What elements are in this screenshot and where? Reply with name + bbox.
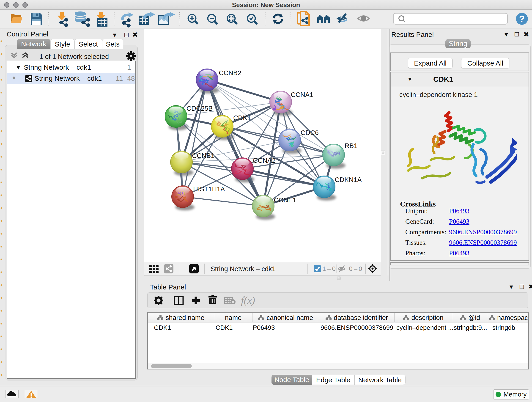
svg-text:CDC6: CDC6 [301, 129, 319, 136]
svg-text:0 – 0: 0 – 0 [349, 265, 362, 272]
svg-text:CDK1: CDK1 [233, 114, 251, 121]
svg-text:HIST1H1A: HIST1H1A [193, 185, 225, 193]
svg-text:CCNE1: CCNE1 [274, 196, 296, 204]
svg-text:?: ? [519, 14, 525, 24]
svg-text:CCNB1: CCNB1 [192, 152, 215, 159]
svg-text:CDC25B: CDC25B [186, 105, 213, 112]
svg-text:CDKN1A: CDKN1A [335, 176, 362, 183]
svg-text:CCNA1: CCNA1 [291, 91, 313, 98]
svg-text:CCNB2: CCNB2 [219, 69, 241, 77]
svg-text:String Network – cdk1: String Network – cdk1 [210, 265, 276, 273]
svg-text:f(x): f(x) [241, 295, 255, 306]
svg-text:1 – 0: 1 – 0 [322, 265, 336, 272]
svg-text:CCNA2: CCNA2 [253, 157, 275, 164]
svg-text:RB1: RB1 [345, 142, 357, 149]
